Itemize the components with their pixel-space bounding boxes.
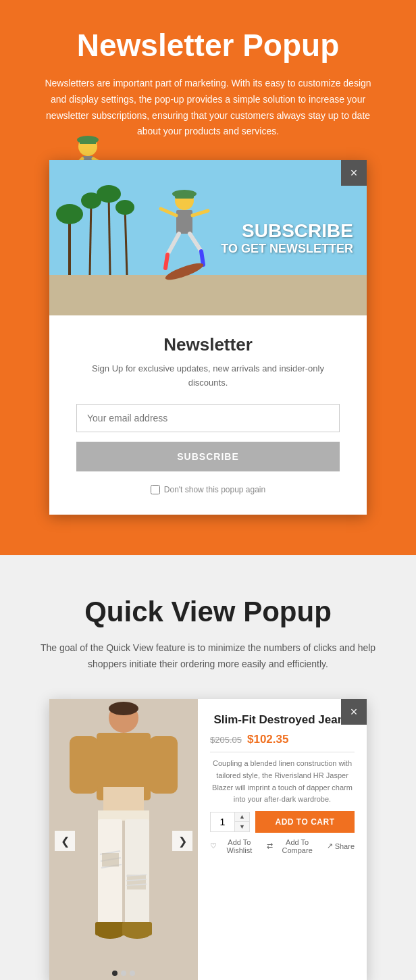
svg-rect-34 (70, 736, 98, 794)
old-price: $205.05 (210, 735, 242, 745)
compare-label: Add To Compare (275, 838, 320, 854)
compare-icon: ⇄ (267, 842, 273, 850)
quickview-title: Quick View Popup (14, 596, 402, 628)
popup-heading: Newsletter (76, 334, 340, 355)
quantity-buttons: ▲ ▼ (234, 813, 249, 831)
heart-icon: ♡ (210, 842, 217, 850)
qv-next-button[interactable]: ❯ (172, 831, 192, 851)
svg-point-53 (109, 702, 138, 715)
dont-show-label: Don't show this popup again (164, 485, 265, 494)
add-to-cart-button[interactable]: ADD TO CART (255, 811, 355, 833)
share-link[interactable]: ↗ Share (327, 838, 355, 854)
qv-dot-2[interactable] (121, 971, 126, 976)
quantity-input[interactable] (211, 813, 234, 831)
svg-rect-36 (103, 787, 144, 814)
svg-point-0 (78, 137, 97, 156)
popup-image-text: SUBSCRIBE TO GET NEWSLETTER (221, 220, 353, 256)
qv-image-dots (112, 971, 135, 976)
subscribe-text-line2: TO GET NEWSLETTER (221, 242, 353, 256)
new-price: $102.35 (247, 733, 288, 746)
quantity-increment[interactable]: ▲ (234, 813, 249, 822)
newsletter-section: Newsletter Popup Newsletters are importa… (0, 0, 416, 555)
add-to-compare-link[interactable]: ⇄ Add To Compare (267, 838, 320, 854)
qv-dot-3[interactable] (130, 971, 135, 976)
quantity-wrapper: ▲ ▼ (210, 812, 250, 832)
svg-point-18 (97, 185, 121, 203)
product-description: Coupling a blended linen construction wi… (210, 758, 355, 805)
svg-rect-49 (95, 922, 125, 935)
add-to-wishlist-link[interactable]: ♡ Add To Wishlist (210, 838, 260, 854)
newsletter-title: Newsletter Popup (14, 27, 402, 63)
svg-rect-43 (102, 853, 119, 867)
svg-rect-22 (176, 210, 192, 234)
subscribe-button[interactable]: SUBSCRIBE (76, 442, 340, 471)
svg-rect-39 (125, 819, 149, 927)
product-actions: ♡ Add To Wishlist ⇄ Add To Compare ↗ Sha… (210, 838, 355, 854)
add-to-cart-row: ▲ ▼ ADD TO CART (210, 811, 355, 833)
svg-rect-38 (98, 819, 122, 927)
share-label: Share (335, 842, 355, 850)
popup-description: Sign Up for exclusive updates, new arriv… (76, 362, 340, 390)
subscribe-text-line1: SUBSCRIBE (221, 220, 353, 242)
quickview-popup: × (49, 699, 367, 980)
qv-image-side: ❮ ❯ (49, 699, 198, 980)
dont-show-checkbox[interactable] (151, 485, 160, 494)
svg-rect-44 (127, 875, 146, 889)
svg-rect-31 (175, 192, 194, 199)
qv-prev-button[interactable]: ❮ (55, 831, 75, 851)
svg-rect-12 (49, 275, 367, 315)
svg-point-20 (115, 200, 134, 215)
qv-details-side: Slim-Fit Destroyed Jeans $205.05 $102.35… (198, 699, 367, 980)
product-prices: $205.05 $102.35 (210, 733, 355, 746)
qv-dot-1[interactable] (112, 971, 118, 976)
svg-line-27 (165, 255, 167, 268)
newsletter-popup: × (49, 160, 367, 515)
quickview-subtitle: The goal of the Quick View feature is to… (39, 640, 377, 673)
email-input[interactable] (76, 404, 340, 432)
qv-close-button[interactable]: × (341, 699, 367, 725)
popup-body: Newsletter Sign Up for exclusive updates… (49, 315, 367, 515)
svg-line-28 (201, 251, 203, 265)
popup-close-button[interactable]: × (341, 160, 367, 186)
svg-line-17 (109, 194, 110, 275)
newsletter-subtitle: Newsletters are important part of market… (39, 76, 377, 140)
popup-header-image: SUBSCRIBE TO GET NEWSLETTER (49, 160, 367, 315)
share-icon: ↗ (327, 842, 333, 850)
dont-show-row: Don't show this popup again (76, 485, 340, 494)
svg-line-15 (90, 201, 91, 275)
svg-rect-37 (98, 810, 149, 821)
quickview-section: Quick View Popup The goal of the Quick V… (0, 555, 416, 980)
product-name: Slim-Fit Destroyed Jeans (210, 713, 355, 727)
price-divider (210, 752, 355, 752)
wishlist-label: Add To Wishlist (219, 838, 260, 854)
svg-rect-35 (149, 736, 178, 794)
svg-rect-51 (122, 922, 152, 935)
quantity-decrement[interactable]: ▼ (234, 822, 249, 831)
svg-point-14 (56, 204, 83, 224)
